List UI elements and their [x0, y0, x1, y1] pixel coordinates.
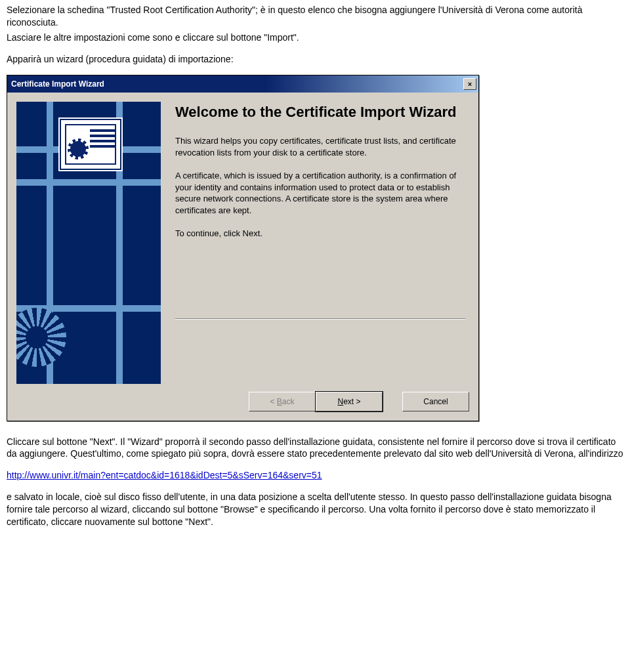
wizard-paragraph-3: To continue, click Next.	[175, 228, 465, 240]
wizard-paragraph-1: This wizard helps you copy certificates,…	[175, 135, 465, 158]
back-button: < Back	[249, 392, 316, 411]
next-button-label: Next >	[337, 397, 360, 406]
download-link[interactable]: http://www.univr.it/main?ent=catdoc&id=1…	[7, 470, 322, 480]
url-line: http://www.univr.it/main?ent=catdoc&id=1…	[7, 469, 623, 482]
paragraph-1: Selezionare la schedina "Trusted Root Ce…	[7, 4, 623, 29]
sunburst-icon	[16, 308, 66, 367]
wizard-content: Welcome to the Certificate Import Wizard…	[161, 102, 469, 384]
paragraph-4: Cliccare sul bottone "Next". Il "Wizard"…	[7, 436, 623, 461]
separator	[175, 318, 465, 320]
certificate-icon	[60, 119, 121, 170]
cancel-button[interactable]: Cancel	[402, 392, 469, 411]
paragraph-3: Apparirà un wizard (procedura guidata) d…	[7, 53, 623, 66]
close-icon: ×	[468, 80, 472, 88]
certificate-import-wizard-dialog: Certificate Import Wizard × Welcome to t…	[7, 75, 479, 421]
back-button-label: < Back	[270, 397, 294, 406]
paragraph-2: Lasciare le altre impostazioni come sono…	[7, 32, 623, 44]
dialog-body: Welcome to the Certificate Import Wizard…	[7, 93, 478, 384]
titlebar-text: Certificate Import Wizard	[11, 79, 463, 89]
paragraph-5: e salvato in locale, cioè sul disco fiss…	[7, 491, 623, 528]
titlebar: Certificate Import Wizard ×	[7, 75, 478, 93]
wizard-paragraph-2: A certificate, which is issued by a cert…	[175, 170, 465, 216]
next-button[interactable]: Next >	[316, 392, 383, 411]
close-button[interactable]: ×	[463, 78, 476, 90]
cancel-button-label: Cancel	[423, 397, 448, 406]
wizard-heading: Welcome to the Certificate Import Wizard	[175, 103, 465, 121]
wizard-button-row: < Back Next > Cancel	[7, 384, 478, 421]
wizard-banner	[16, 102, 161, 384]
